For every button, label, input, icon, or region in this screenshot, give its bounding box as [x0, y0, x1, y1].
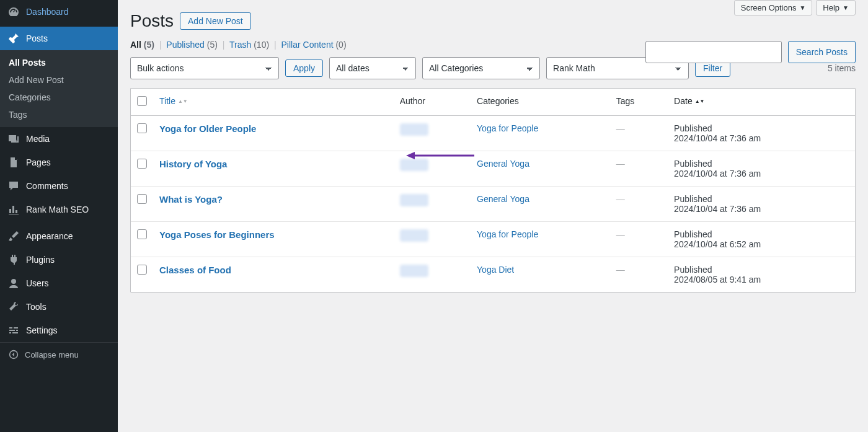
help-label: Help [823, 3, 839, 12]
items-count: 5 items [828, 63, 856, 73]
date-status: Published [674, 159, 712, 169]
svg-point-0 [11, 279, 16, 284]
category-link[interactable]: Yoga for People [477, 123, 538, 133]
sidebar-item-settings[interactable]: Settings [0, 319, 118, 342]
sidebar-item-plugins[interactable]: Plugins [0, 248, 118, 271]
user-icon [7, 277, 20, 289]
sidebar-label: Rank Math SEO [26, 205, 89, 214]
search-bar: Search Posts [645, 41, 856, 63]
page-title: Posts [130, 11, 174, 31]
sidebar-label: Settings [26, 325, 58, 335]
sidebar-item-dashboard[interactable]: Dashboard [0, 0, 118, 24]
sidebar-item-pages[interactable]: Pages [0, 151, 118, 174]
sidebar-sub-all-posts[interactable]: All Posts [0, 54, 118, 71]
sidebar-item-tools[interactable]: Tools [0, 295, 118, 319]
table-row: What is Yoga?General Yoga—Published2024/… [131, 186, 855, 221]
category-filter-select[interactable]: All Categories [422, 57, 540, 79]
date-status: Published [674, 229, 712, 239]
search-posts-button[interactable]: Search Posts [788, 41, 856, 63]
sidebar-sub-add-new[interactable]: Add New Post [0, 71, 118, 89]
date-value: 2024/10/04 at 6:52 am [674, 239, 761, 249]
sidebar-submenu-posts: All Posts Add New Post Categories Tags [0, 50, 118, 127]
author-blurred [400, 159, 428, 171]
plug-icon [7, 253, 20, 266]
date-value: 2024/10/04 at 7:36 am [674, 204, 761, 214]
collapse-label: Collapse menu [25, 350, 79, 359]
sidebar-item-appearance[interactable]: Appearance [0, 224, 118, 248]
row-checkbox[interactable] [137, 265, 147, 275]
view-pillar-link[interactable]: Pillar Content [281, 40, 334, 50]
post-title-link[interactable]: Classes of Food [159, 265, 231, 275]
row-checkbox[interactable] [137, 194, 147, 204]
select-all-checkbox[interactable] [137, 96, 147, 106]
row-checkbox[interactable] [137, 229, 147, 239]
category-link[interactable]: General Yoga [477, 159, 529, 169]
date-value: 2024/10/04 at 7:36 am [674, 169, 761, 179]
date-status: Published [674, 194, 712, 204]
pin-icon [7, 32, 20, 45]
row-checkbox[interactable] [137, 123, 147, 133]
date-status: Published [674, 123, 712, 133]
table-row: Yoga for Older PeopleYoga for People—Pub… [131, 116, 855, 151]
column-date[interactable]: Date▲▼ [674, 96, 704, 106]
sidebar-label: Comments [26, 181, 68, 191]
sidebar-label: Appearance [26, 231, 73, 241]
author-blurred [400, 229, 428, 242]
search-input[interactable] [645, 41, 782, 63]
category-link[interactable]: Yoga Diet [477, 265, 514, 275]
chevron-down-icon: ▼ [799, 4, 805, 11]
view-all-link[interactable]: All (5) [130, 40, 154, 50]
tags-empty: — [616, 159, 625, 169]
wrench-icon [7, 301, 20, 313]
media-icon [7, 133, 20, 145]
sliders-icon [7, 324, 20, 337]
row-checkbox[interactable] [137, 159, 147, 169]
add-new-post-button[interactable]: Add New Post [180, 12, 251, 30]
main-content: Screen Options ▼ Help ▼ Posts Add New Po… [118, 0, 868, 432]
sidebar-sub-tags[interactable]: Tags [0, 106, 118, 123]
sidebar-item-media[interactable]: Media [0, 127, 118, 151]
bulk-actions-select[interactable]: Bulk actions [130, 57, 279, 79]
chart-icon [7, 203, 20, 216]
sort-icon: ▲▼ [695, 99, 705, 104]
tags-empty: — [616, 265, 625, 275]
admin-sidebar: Dashboard Posts All Posts Add New Post C… [0, 0, 118, 432]
apply-button[interactable]: Apply [285, 60, 323, 77]
view-published-link[interactable]: Published [166, 40, 205, 50]
sidebar-sub-categories[interactable]: Categories [0, 89, 118, 106]
view-trash-link[interactable]: Trash [229, 40, 251, 50]
help-button[interactable]: Help ▼ [816, 0, 856, 15]
post-title-link[interactable]: Yoga for Older People [159, 123, 256, 134]
author-blurred [400, 123, 428, 136]
author-blurred [400, 194, 428, 206]
collapse-icon [7, 348, 20, 361]
post-title-link[interactable]: History of Yoga [159, 159, 227, 169]
sidebar-label: Users [26, 278, 49, 288]
sidebar-item-posts[interactable]: Posts [0, 27, 118, 50]
sidebar-item-users[interactable]: Users [0, 271, 118, 295]
tags-empty: — [616, 194, 625, 204]
sort-icon: ▲▼ [178, 99, 188, 104]
collapse-menu-button[interactable]: Collapse menu [0, 342, 118, 366]
date-filter-select[interactable]: All dates [329, 57, 416, 79]
screen-options-button[interactable]: Screen Options ▼ [734, 0, 813, 15]
screen-options-label: Screen Options [741, 3, 797, 12]
date-value: 2024/08/05 at 9:41 am [674, 275, 761, 284]
author-blurred [400, 265, 428, 277]
sidebar-item-rankmath[interactable]: Rank Math SEO [0, 198, 118, 221]
post-title-link[interactable]: Yoga Poses for Beginners [159, 229, 275, 240]
gauge-icon [7, 6, 20, 18]
category-link[interactable]: General Yoga [477, 194, 529, 204]
post-title-link[interactable]: What is Yoga? [159, 194, 223, 205]
table-row: History of YogaGeneral Yoga—Published202… [131, 151, 855, 186]
sidebar-item-comments[interactable]: Comments [0, 174, 118, 198]
screen-meta-links: Screen Options ▼ Help ▼ [734, 0, 856, 15]
comment-icon [7, 180, 20, 192]
column-title[interactable]: Title▲▼ [159, 96, 188, 106]
chevron-down-icon: ▼ [843, 4, 849, 11]
sidebar-label: Tools [26, 302, 46, 312]
table-row: Yoga Poses for BeginnersYoga for People—… [131, 221, 855, 257]
tags-empty: — [616, 229, 625, 239]
sidebar-label: Plugins [26, 255, 55, 265]
category-link[interactable]: Yoga for People [477, 229, 538, 239]
